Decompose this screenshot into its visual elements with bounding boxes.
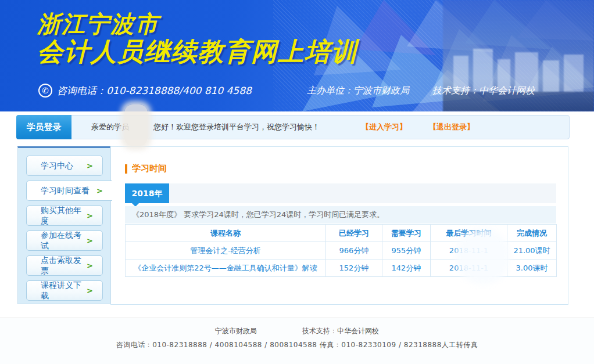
footer: 宁波市财政局 技术支持：中华会计网校 咨询电话：010-82318888 / 4… [0,318,594,364]
col-completion: 完成情况 [507,225,557,242]
footer-tech-support: 技术支持：中华会计网校 [302,326,379,336]
student-login-button[interactable]: 学员登录 [16,115,71,139]
page-title: 学习时间 [132,163,167,174]
chevron-right-icon: > [87,211,93,220]
study-requirement-notice: 《2018年度》 要求学习24课时，您已学习24课时，学习时间已满足要求。 [125,206,556,224]
tech-support-label: 技术支持：中华会计网校 [432,85,535,97]
studied-minutes: 966分钟 [326,242,382,260]
redaction-blur-student-name [124,104,148,146]
tab-2018[interactable]: 2018年 [125,183,169,203]
studied-minutes: 152分钟 [326,260,382,277]
sidebar-item-study-center[interactable]: 学习中心 > [26,156,103,176]
chevron-right-icon: > [87,261,93,270]
site-title-line1: 浙江宁波市 [37,10,358,37]
welcome-message: 亲爱的学员 您好！欢迎您登录培训平台学习，祝您学习愉快！ 【进入学习】 【退出登… [91,116,474,139]
sidebar-item-download-handouts[interactable]: 课程讲义下载 > [26,280,103,301]
sidebar-item-request-invoice[interactable]: 点击索取发票 > [26,255,103,276]
chevron-right-icon: > [87,161,93,170]
enter-study-link[interactable]: 【进入学习】 [362,122,407,132]
login-bar: 学员登录 亲爱的学员 您好！欢迎您登录培训平台学习，祝您学习愉快！ 【进入学习】… [16,115,570,139]
consult-phone: 咨询电话：010-82318888/400 810 4588 [57,84,252,98]
footer-contact: 咨询电话：010-82318888 / 4008104588 / 8008104… [0,340,594,350]
section-accent-bar [125,164,127,174]
sidebar-nav: 学习中心 > 学习时间查看 > 购买其他年度 > 参加在线考试 > 点击索取发票… [17,146,110,304]
sidebar-item-label: 学习时间查看 [41,186,90,196]
site-title-line2: 会计人员继续教育网上培训 [37,37,358,67]
redaction-blur-date [461,234,505,279]
col-studied: 已经学习 [326,225,382,242]
header-info-row: ✆ 咨询电话：010-82318888/400 810 4588 主办单位：宁波… [0,82,594,100]
course-link[interactable]: 《企业会计准则第22号——金融工具确认和计量》解读 [126,260,326,277]
welcome-prefix: 亲爱的学员 [91,122,129,132]
chevron-right-icon: > [96,186,103,195]
sidebar-item-label: 点击索取发票 [41,255,87,276]
completion-hours: 21.00课时 [507,242,557,260]
completion-hours: 3.00课时 [507,260,557,277]
sidebar-item-label: 课程讲义下载 [41,280,87,301]
header-banner: 浙江宁波市 会计人员继续教育网上培训 ✆ 咨询电话：010-82318888/4… [0,0,594,111]
phone-icon: ✆ [38,84,52,98]
page: 浙江宁波市 会计人员继续教育网上培训 ✆ 咨询电话：010-82318888/4… [0,0,594,364]
welcome-suffix: 您好！欢迎您登录培训平台学习，祝您学习愉快！ [153,122,320,132]
sidebar-item-buy-other-year[interactable]: 购买其他年度 > [26,206,103,226]
site-title: 浙江宁波市 会计人员继续教育网上培训 [37,10,358,67]
required-minutes: 955分钟 [382,242,431,260]
organizer-label: 主办单位：宁波市财政局 [307,85,409,97]
sidebar-item-online-exam[interactable]: 参加在线考试 > [26,230,103,251]
chevron-right-icon: > [87,286,93,295]
sidebar-item-label: 购买其他年度 [41,206,87,226]
sidebar-item-study-time[interactable]: 学习时间查看 > [26,181,112,201]
col-required: 需要学习 [382,225,431,242]
required-minutes: 142分钟 [382,260,431,277]
main-content-panel: 学习时间 2018年 《2018年度》 要求学习24课时，您已学习24课时，学习… [110,146,568,305]
footer-organizer: 宁波市财政局 [215,326,257,336]
footer-row-1: 宁波市财政局 技术支持：中华会计网校 [0,326,594,336]
col-course-name: 课程名称 [126,225,326,242]
logout-link[interactable]: 【退出登录】 [429,122,474,132]
section-header: 学习时间 [125,163,167,174]
chevron-right-icon: > [87,236,93,245]
year-tabbar: 2018年 [125,183,556,203]
sidebar-item-label: 学习中心 [41,161,73,171]
sidebar-item-label: 参加在线考试 [41,230,87,251]
course-link[interactable]: 管理会计之-经营分析 [126,242,326,260]
